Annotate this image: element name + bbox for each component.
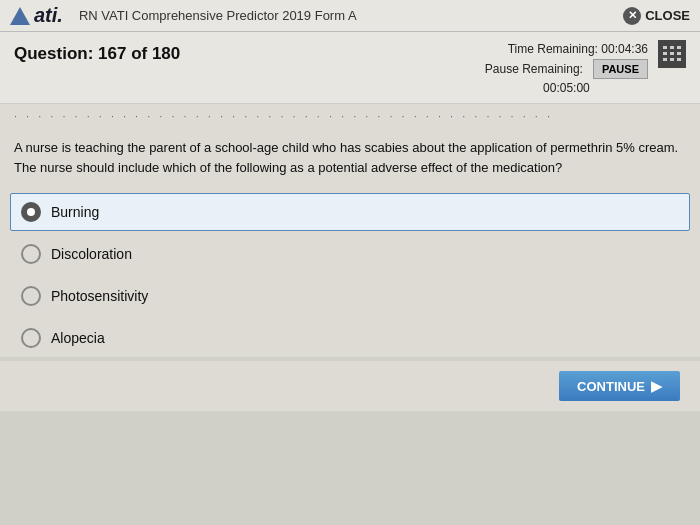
timer-text: Time Remaining: 00:04:36 Pause Remaining… <box>485 40 648 97</box>
radio-c <box>21 286 41 306</box>
timer-section: Time Remaining: 00:04:36 Pause Remaining… <box>485 40 686 97</box>
close-label: CLOSE <box>645 8 690 23</box>
option-label-d: Alopecia <box>51 330 105 346</box>
calc-grid <box>663 46 682 62</box>
question-text: A nurse is teaching the parent of a scho… <box>14 138 686 177</box>
logo: ati. <box>10 4 63 27</box>
pause-button[interactable]: PAUSE <box>593 59 648 79</box>
continue-arrow-icon: ▶ <box>651 378 662 394</box>
radio-inner-a <box>27 208 35 216</box>
header-left: ati. RN VATI Comprehensive Predictor 201… <box>10 4 357 27</box>
option-label-b: Discoloration <box>51 246 132 262</box>
time-remaining-label: Time Remaining: <box>508 42 598 56</box>
time-remaining-line: Time Remaining: 00:04:36 <box>485 40 648 58</box>
radio-b <box>21 244 41 264</box>
close-icon: ✕ <box>623 7 641 25</box>
options-container: Burning Discoloration Photosensitivity A… <box>0 193 700 357</box>
pause-remaining-line: Pause Remaining: PAUSE <box>485 58 648 79</box>
logo-triangle-icon <box>10 7 30 25</box>
option-label-a: Burning <box>51 204 99 220</box>
dots-separator: · · · · · · · · · · · · · · · · · · · · … <box>0 104 700 128</box>
exam-title: RN VATI Comprehensive Predictor 2019 For… <box>79 8 357 23</box>
close-button[interactable]: ✕ CLOSE <box>623 7 690 25</box>
continue-label: CONTINUE <box>577 379 645 394</box>
app-header: ati. RN VATI Comprehensive Predictor 201… <box>0 0 700 32</box>
option-row-b[interactable]: Discoloration <box>10 235 690 273</box>
question-number: Question: 167 of 180 <box>14 40 180 64</box>
option-row-d[interactable]: Alopecia <box>10 319 690 357</box>
sub-header: Question: 167 of 180 Time Remaining: 00:… <box>0 32 700 104</box>
time-remaining-value: 00:04:36 <box>601 42 648 56</box>
radio-d <box>21 328 41 348</box>
logo-text: ati. <box>34 4 63 27</box>
option-row-c[interactable]: Photosensitivity <box>10 277 690 315</box>
option-label-c: Photosensitivity <box>51 288 148 304</box>
pause-time-value: 00:05:00 <box>485 79 648 97</box>
calculator-icon[interactable] <box>658 40 686 68</box>
main-content: A nurse is teaching the parent of a scho… <box>0 128 700 193</box>
radio-a <box>21 202 41 222</box>
continue-button[interactable]: CONTINUE ▶ <box>559 371 680 401</box>
pause-remaining-label: Pause Remaining: <box>485 62 583 76</box>
option-row-a[interactable]: Burning <box>10 193 690 231</box>
footer: CONTINUE ▶ <box>0 361 700 411</box>
